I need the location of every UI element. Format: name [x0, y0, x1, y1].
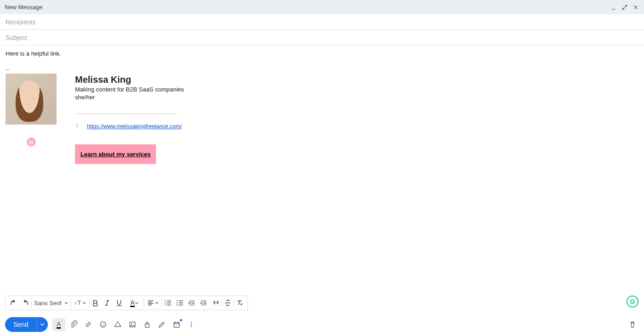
align-button[interactable]	[144, 296, 162, 309]
signature-separator: --	[6, 66, 638, 73]
close-icon[interactable]	[632, 4, 639, 11]
signature-website-link[interactable]: https://www.melissakingfreelance.com/	[87, 123, 182, 130]
linkedin-icon[interactable]: in	[27, 137, 36, 147]
svg-text:т: т	[75, 301, 76, 306]
attach-file-button[interactable]	[67, 318, 80, 331]
svg-point-8	[177, 302, 178, 303]
svg-point-10	[100, 322, 106, 327]
svg-text:T: T	[77, 300, 81, 306]
subject-input[interactable]	[6, 34, 638, 41]
send-bar: Send A	[5, 317, 639, 332]
indent-more-button[interactable]	[198, 296, 210, 309]
svg-point-12	[104, 324, 104, 325]
chevron-down-icon	[155, 301, 159, 305]
signature-pronouns: she/her	[75, 94, 184, 101]
send-bar-left: Send A	[5, 317, 198, 332]
svg-point-1	[77, 126, 78, 127]
minimize-icon[interactable]	[610, 4, 617, 11]
formatting-toggle-button[interactable]: A	[52, 318, 65, 331]
signature-divider	[75, 114, 177, 114]
signature-link-row: https://www.melissakingfreelance.com/	[75, 122, 184, 130]
body-text[interactable]: Here is a helpful link.	[6, 50, 638, 57]
undo-button[interactable]	[7, 296, 19, 309]
clear-format-button[interactable]	[234, 296, 246, 309]
signature-website[interactable]: https://www.melissakingfreelance.com/	[87, 123, 182, 130]
underline-button[interactable]	[113, 296, 125, 309]
window-controls	[610, 4, 639, 11]
svg-point-19	[191, 326, 192, 327]
svg-point-0	[77, 124, 78, 125]
email-body[interactable]: Here is a helpful link. -- in Melissa Ki…	[0, 46, 644, 294]
numbered-list-button[interactable]: 123	[162, 296, 174, 309]
signature-right: Melissa King Making content for B2B SaaS…	[75, 74, 184, 164]
window-titlebar: New Message	[0, 0, 644, 14]
quote-button[interactable]	[210, 296, 222, 309]
chevron-down-icon	[40, 322, 45, 327]
avatar	[6, 74, 57, 125]
popout-icon[interactable]	[621, 4, 628, 11]
svg-point-14	[131, 323, 132, 324]
svg-point-9	[177, 304, 178, 305]
strikethrough-button[interactable]	[222, 296, 234, 309]
send-button[interactable]: Send	[5, 317, 37, 332]
grammarly-icon[interactable]: G	[627, 296, 638, 308]
chevron-down-icon	[135, 301, 138, 305]
svg-point-11	[102, 324, 103, 325]
signature-left: in	[6, 74, 57, 164]
send-button-group: Send	[5, 317, 48, 332]
schedule-send-button[interactable]	[170, 318, 183, 331]
bullet-list-button[interactable]	[174, 296, 186, 309]
notification-dot-icon	[180, 319, 182, 321]
svg-point-7	[177, 300, 178, 301]
svg-rect-16	[174, 323, 179, 328]
bold-button[interactable]	[89, 296, 101, 309]
italic-button[interactable]	[101, 296, 113, 309]
subject-row[interactable]	[0, 30, 644, 46]
link-section-icon	[75, 122, 80, 130]
text-color-letter: A	[57, 321, 61, 329]
font-size-button[interactable]: тT	[71, 296, 89, 309]
signature-cta-button[interactable]: Learn about my services	[75, 144, 156, 164]
discard-draft-button[interactable]	[626, 318, 639, 331]
recipients-input[interactable]	[6, 18, 638, 26]
svg-text:3: 3	[164, 304, 166, 306]
insert-drive-button[interactable]	[111, 318, 124, 331]
redo-button[interactable]	[19, 296, 31, 309]
text-color-button[interactable]: A	[125, 296, 144, 309]
insert-emoji-button[interactable]	[97, 318, 109, 331]
insert-link-button[interactable]	[82, 318, 95, 331]
chevron-down-icon	[82, 301, 86, 305]
email-signature: in Melissa King Making content for B2B S…	[6, 74, 638, 164]
chevron-down-icon	[64, 301, 68, 305]
indent-less-button[interactable]	[186, 296, 198, 309]
more-options-button[interactable]	[185, 318, 198, 331]
svg-rect-15	[145, 324, 149, 327]
insert-signature-button[interactable]	[155, 318, 168, 331]
send-more-button[interactable]	[37, 317, 48, 332]
font-label: Sans Serif	[34, 300, 62, 307]
svg-point-17	[191, 322, 192, 323]
insert-photo-button[interactable]	[126, 318, 139, 331]
confidential-mode-button[interactable]	[141, 318, 154, 331]
font-select[interactable]: Sans Serif	[31, 296, 71, 309]
recipients-row[interactable]	[0, 14, 644, 30]
window-title: New Message	[5, 4, 42, 11]
text-color-letter: A	[130, 299, 134, 307]
format-toolbar: Sans Serif тT A 123	[5, 296, 248, 310]
signature-name: Melissa King	[75, 74, 184, 85]
svg-point-18	[191, 324, 192, 325]
signature-tagline: Making content for B2B SaaS companies	[75, 86, 184, 93]
